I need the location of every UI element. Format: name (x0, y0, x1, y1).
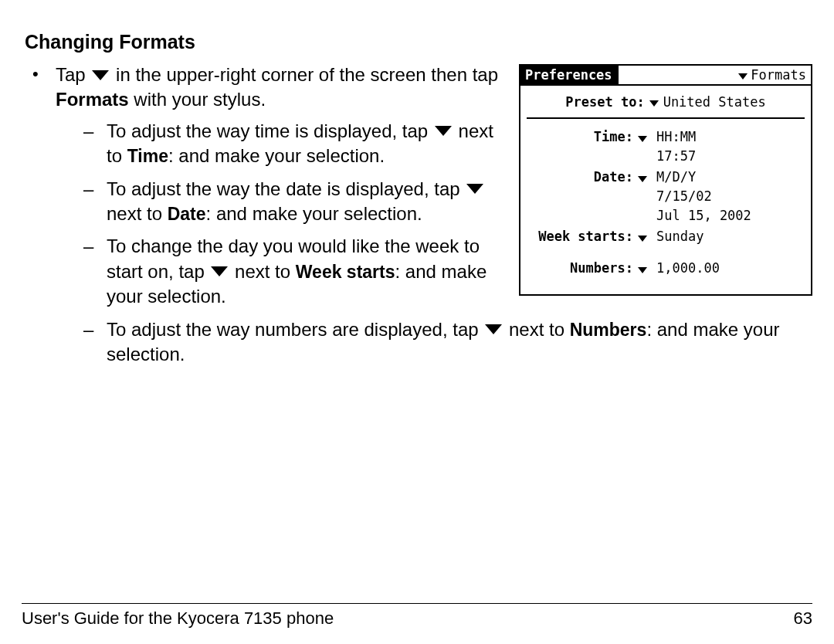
dropdown-icon (211, 266, 228, 276)
dropdown-icon (466, 184, 483, 194)
sub-instruction-week: To change the day you would like the wee… (107, 234, 812, 309)
text: To adjust the way time is displayed, tap (107, 120, 433, 141)
formats-keyword: Formats (56, 89, 129, 110)
time-keyword: Time (127, 146, 168, 166)
date-keyword: Date (168, 204, 206, 224)
sub-instruction-numbers: To adjust the way numbers are displayed,… (107, 317, 812, 368)
footer-title: User's Guide for the Kyocera 7135 phone (22, 608, 334, 629)
content-area: Preferences Formats Preset to: United St… (22, 63, 812, 367)
week-keyword: Week starts (296, 262, 395, 282)
page-footer: User's Guide for the Kyocera 7135 phone … (22, 603, 812, 629)
dropdown-icon (435, 126, 452, 136)
sub-instruction-list: To adjust the way time is displayed, tap… (56, 119, 812, 368)
text: : and make your selection. (206, 203, 422, 224)
sub-instruction-time: To adjust the way time is displayed, tap… (107, 119, 812, 169)
section-heading: Changing Formats (25, 31, 812, 53)
instruction-bullet-1: Tap in the upper-right corner of the scr… (56, 63, 812, 367)
text: : and make your selection. (168, 145, 385, 166)
page-number: 63 (794, 608, 812, 629)
text: next to (235, 261, 296, 282)
text: To adjust the way the date is displayed,… (107, 178, 465, 199)
sub-instruction-date: To adjust the way the date is displayed,… (107, 177, 812, 227)
text: in the upper-right corner of the screen … (116, 64, 498, 85)
numbers-keyword: Numbers (570, 320, 647, 340)
text: To adjust the way numbers are displayed,… (107, 319, 483, 340)
dropdown-icon (92, 70, 109, 80)
text: with your stylus. (129, 89, 266, 110)
instruction-list: Tap in the upper-right corner of the scr… (22, 63, 812, 367)
text: next to (107, 203, 168, 224)
text: next to (509, 319, 570, 340)
text: Tap (56, 64, 90, 85)
dropdown-icon (485, 324, 502, 334)
